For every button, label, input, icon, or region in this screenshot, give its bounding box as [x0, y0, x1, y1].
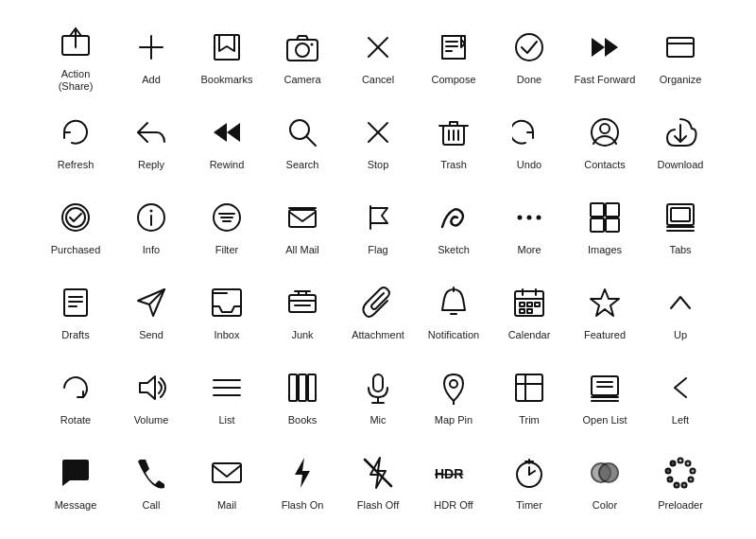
icon-undo: Undo — [491, 99, 567, 184]
svg-rect-84 — [289, 374, 297, 401]
icon-images: Images — [567, 184, 643, 270]
svg-marker-19 — [227, 123, 240, 142]
svg-rect-50 — [606, 218, 619, 232]
icon-all-mail: All Mail — [265, 184, 340, 270]
icon-add: Add — [113, 14, 189, 99]
svg-rect-86 — [308, 374, 316, 401]
icon-mail: Mail — [189, 440, 265, 525]
icon-more: More — [491, 184, 567, 270]
svg-marker-15 — [605, 38, 618, 57]
svg-rect-78 — [527, 309, 532, 313]
icon-camera: Camera — [265, 14, 340, 99]
svg-point-115 — [689, 478, 694, 482]
icon-refresh: Refresh — [38, 99, 113, 184]
svg-rect-75 — [527, 303, 532, 306]
svg-rect-77 — [520, 309, 524, 313]
svg-point-90 — [450, 380, 457, 388]
icon-flash-off: Flash Off — [340, 440, 416, 525]
svg-line-21 — [307, 137, 316, 146]
icon-list: List — [189, 355, 265, 440]
icon-compose: Compose — [416, 14, 491, 99]
svg-point-117 — [675, 483, 679, 488]
icon-color: Color — [567, 440, 643, 525]
icon-volume: Volume — [113, 355, 189, 440]
svg-point-6 — [296, 43, 309, 57]
svg-point-118 — [668, 478, 673, 482]
icon-map-pin: Map Pin — [416, 355, 491, 440]
icon-books: Books — [265, 355, 340, 440]
icon-stop: Stop — [340, 99, 416, 184]
icon-calendar: Calendar — [491, 270, 567, 355]
svg-rect-49 — [591, 218, 604, 232]
icon-rewind: Rewind — [189, 99, 265, 184]
svg-point-46 — [537, 216, 541, 220]
svg-point-20 — [290, 120, 309, 139]
svg-rect-74 — [520, 303, 524, 306]
svg-line-103 — [365, 460, 391, 486]
icon-bookmarks: Bookmarks — [189, 14, 265, 99]
svg-point-30 — [600, 124, 610, 133]
svg-rect-48 — [606, 203, 619, 217]
icon-cancel: Cancel — [340, 14, 416, 99]
icon-left: Left — [643, 355, 718, 440]
icon-info: Info — [113, 184, 189, 270]
svg-point-13 — [516, 34, 542, 61]
icon-open-list: Open List — [567, 355, 643, 440]
icon-timer: Timer — [491, 440, 567, 525]
icon-trash: Trash — [416, 99, 491, 184]
svg-point-36 — [150, 210, 153, 213]
svg-point-116 — [682, 483, 687, 488]
icon-preloader: Preloader — [643, 440, 718, 525]
svg-point-112 — [679, 459, 683, 463]
icon-mic: Mic — [340, 355, 416, 440]
svg-marker-14 — [592, 38, 605, 57]
svg-rect-85 — [299, 374, 306, 401]
icon-reply: Reply — [113, 99, 189, 184]
icon-organize: Organize — [643, 14, 718, 99]
icon-flag: Flag — [340, 184, 416, 270]
svg-marker-79 — [591, 289, 619, 316]
icon-purchased: Purchased — [38, 184, 113, 270]
icon-featured: Featured — [567, 270, 643, 355]
icon-drafts: Drafts — [38, 270, 113, 355]
icon-junk: Junk — [265, 270, 340, 355]
icon-inbox: Inbox — [189, 270, 265, 355]
icon-filter: Filter — [189, 184, 265, 270]
svg-rect-52 — [671, 208, 690, 221]
icon-flash-on: Flash On — [265, 440, 340, 525]
svg-point-113 — [686, 461, 691, 466]
icon-grid: Action(Share) Add Bookmarks Camera Cance… — [19, 5, 737, 534]
svg-point-44 — [518, 216, 523, 220]
svg-point-111 — [599, 463, 618, 482]
icon-hdr-off: HDR HDR Off — [416, 440, 491, 525]
svg-rect-100 — [213, 463, 241, 482]
svg-point-45 — [527, 216, 532, 220]
icon-download: Download — [643, 99, 718, 184]
icon-action-share: Action(Share) — [38, 14, 113, 99]
icon-send: Send — [113, 270, 189, 355]
icon-message: Message — [38, 440, 113, 525]
svg-marker-80 — [140, 376, 155, 399]
svg-rect-76 — [535, 303, 540, 306]
svg-point-119 — [666, 469, 671, 474]
icon-up: Up — [643, 270, 718, 355]
icon-attachment: Attachment — [340, 270, 416, 355]
icon-done: Done — [491, 14, 567, 99]
icon-call: Call — [113, 440, 189, 525]
icon-rotate: Rotate — [38, 355, 113, 440]
icon-trim: Trim — [491, 355, 567, 440]
svg-point-114 — [691, 469, 696, 474]
svg-rect-47 — [591, 203, 604, 217]
svg-marker-101 — [295, 458, 310, 488]
svg-point-120 — [671, 461, 676, 466]
icon-search: Search — [265, 99, 340, 184]
icon-sketch: Sketch — [416, 184, 491, 270]
icon-tabs: Tabs — [643, 184, 718, 270]
svg-rect-92 — [516, 374, 542, 401]
svg-rect-16 — [667, 38, 694, 57]
svg-rect-62 — [289, 295, 316, 312]
svg-rect-87 — [373, 374, 383, 391]
icon-contacts: Contacts — [567, 99, 643, 184]
svg-marker-18 — [214, 123, 227, 142]
svg-rect-41 — [289, 210, 316, 227]
